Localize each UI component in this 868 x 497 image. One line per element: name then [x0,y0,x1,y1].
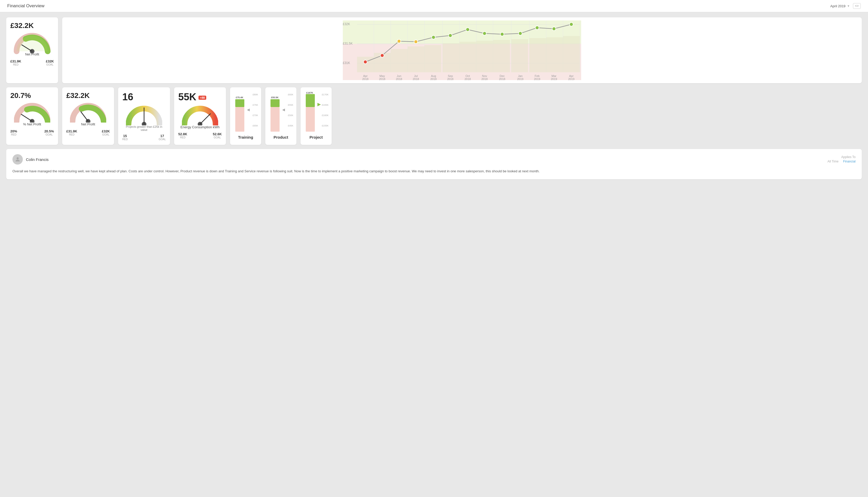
financial-link[interactable]: Financial [843,160,856,163]
comment-header: Colin Francis Applies To All Time Financ… [12,154,856,165]
svg-text:2019: 2019 [534,77,540,80]
net-profit-card: £32.2K Net Profit £31.9K RE [6,17,58,83]
svg-rect-89 [235,99,244,107]
svg-rect-28 [424,45,441,72]
bottom-row: 20.7% % Net Profit 20% RED 20.5% GOAL [6,87,862,145]
line-chart-svg: £32K £31.5K £31K [66,20,858,80]
svg-text:£31.5K: £31.5K [343,42,353,45]
svg-text:2019: 2019 [517,77,523,80]
comment-user: Colin Francis [12,154,49,165]
percent-gauge-wrapper [14,102,50,121]
page-title: Financial Overview [7,3,45,9]
svg-rect-24 [357,57,374,72]
energy-value: 55K [178,91,196,103]
svg-rect-97 [271,99,280,107]
svg-text:£70K: £70K [253,114,258,117]
svg-text:Dec: Dec [500,74,505,77]
svg-text:£155K: £155K [322,124,329,127]
code-toggle-button[interactable]: <> [853,3,861,9]
svg-point-45 [500,32,504,36]
percent-net-profit-card: 20.7% % Net Profit 20% RED 20.5% GOAL [6,87,58,145]
svg-point-42 [449,34,452,37]
project-chart-svg: £170K £165K £160K £155K ▶ £167K [303,91,329,133]
svg-text:£45K: £45K [288,124,293,127]
product-label: Product [274,135,288,139]
svg-rect-104 [306,107,315,132]
svg-rect-35 [546,37,563,72]
svg-text:2018: 2018 [379,77,385,80]
svg-line-83 [200,114,210,124]
svg-text:2018: 2018 [499,77,505,80]
svg-text:£170K: £170K [322,93,329,96]
energy-gauge-wrapper [182,105,218,124]
net-profit-red: £31.9K RED [10,59,21,66]
svg-text:£55.5K: £55.5K [271,96,279,99]
svg-text:Aug: Aug [431,74,436,77]
header: Financial Overview April 2019 ▼ <> [0,0,868,12]
svg-text:May: May [380,74,385,77]
energy-gauge-svg [182,105,218,125]
user-icon [15,156,21,162]
svg-point-40 [414,40,418,44]
svg-point-49 [570,23,573,26]
net-profit-2-label: Net Profit [81,122,95,126]
comment-text: Overall we have managed the restructurin… [12,169,856,174]
svg-text:£55K: £55K [288,104,293,106]
date-selector[interactable]: April 2019 ▼ [830,4,850,8]
svg-text:£31K: £31K [343,61,350,65]
svg-rect-27 [408,46,424,72]
net-profit-gauge-svg [14,32,50,53]
svg-text:£75.4K: £75.4K [236,96,244,99]
line-chart-card: £32K £31.5K £31K [62,17,862,83]
svg-text:£167K: £167K [306,91,313,94]
svg-point-41 [432,36,435,39]
svg-rect-36 [563,36,580,72]
energy-card: 55K +88 Energy [174,87,226,145]
svg-point-108 [17,157,19,159]
svg-rect-88 [235,107,244,132]
svg-rect-31 [476,41,493,72]
net-profit-goal: £32K GOAL [46,59,54,66]
svg-text:Jan: Jan [518,74,523,77]
top-row: £32.2K Net Profit £31.9K RE [6,17,862,83]
svg-text:£32K: £32K [343,22,350,26]
svg-text:2018: 2018 [481,77,488,80]
username: Colin Francis [26,157,49,162]
svg-point-37 [364,60,367,64]
training-chart-svg: £80K £75K £70K £65K ◀ £75.4K [233,91,259,133]
svg-rect-32 [493,40,510,72]
net-profit-2-footer: £31.9K RED £32K GOAL [66,129,110,136]
svg-point-39 [397,39,401,43]
net-profit-footer: £31.9K RED £32K GOAL [10,59,54,66]
svg-rect-33 [511,39,528,72]
energy-label: Energy Consumption kWh [180,125,219,129]
svg-text:2019: 2019 [551,77,557,80]
product-card: £60K £55K £50K £45K ◀ £55.5K Product [265,87,296,145]
percent-net-profit-label: % Net Profit [23,122,41,126]
projects-card: 16 Projects greate [118,87,170,145]
svg-text:Sep: Sep [448,74,453,77]
training-card: £80K £75K £70K £65K ◀ £75.4K Training [230,87,261,145]
percent-net-profit-footer: 20% RED 20.5% GOAL [10,129,54,136]
svg-rect-96 [271,107,280,132]
svg-text:Jun: Jun [397,74,401,77]
svg-line-79 [81,112,88,121]
product-chart-svg: £60K £55K £50K £45K ◀ £55.5K [268,91,294,133]
svg-text:£160K: £160K [322,114,329,117]
svg-text:£65K: £65K [253,124,258,127]
projects-footer: 15 RED 17 GOAL [122,134,166,141]
svg-text:2019: 2019 [568,77,574,80]
svg-line-77 [21,114,32,121]
svg-text:Feb: Feb [535,74,540,77]
svg-text:£60K: £60K [288,93,293,96]
svg-point-76 [30,119,34,123]
energy-footer: 52.8K RED 52.6K GOAL [178,132,222,139]
main-content: £32.2K Net Profit £31.9K RE [0,12,868,184]
svg-text:2018: 2018 [413,77,419,80]
svg-text:Oct: Oct [465,74,470,77]
gauge2-svg [70,102,106,123]
svg-text:2018: 2018 [362,77,368,80]
svg-point-48 [552,27,556,31]
percent-gauge-svg [14,102,50,123]
projects-gauge-svg [126,105,162,125]
